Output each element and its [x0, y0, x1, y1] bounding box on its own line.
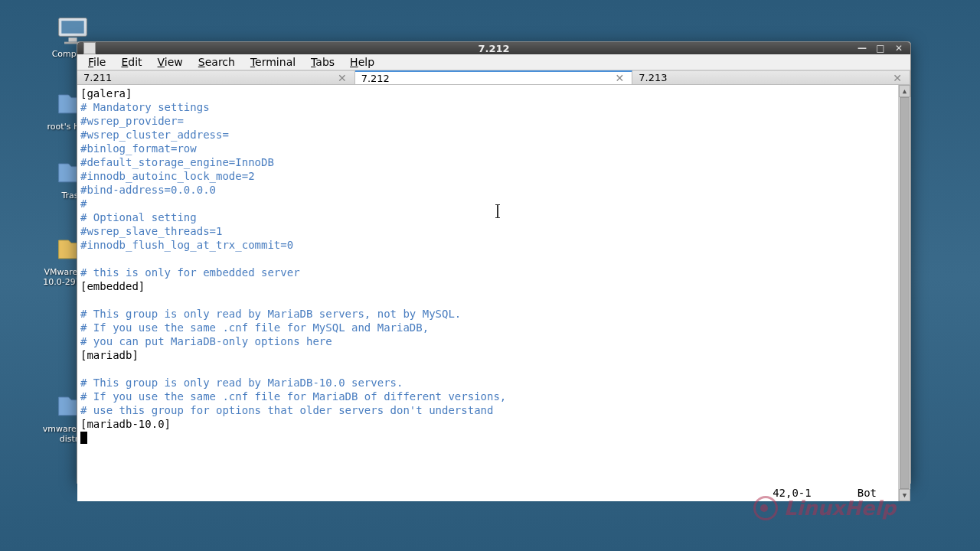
scrollbar[interactable]: ▲ ▼	[898, 85, 910, 501]
editor-line: #default_storage_engine=InnoDB	[80, 155, 895, 169]
watermark: LinuxHelp	[753, 496, 896, 520]
editor-line: # If you use the same .cnf file for Mari…	[80, 390, 895, 403]
tab-label: 7.213	[639, 72, 667, 83]
menu-search[interactable]: Search	[191, 54, 243, 70]
menubar: File Edit View Search Terminal Tabs Help	[77, 54, 910, 70]
editor-line: # this is only for embedded server	[80, 266, 895, 279]
maximize-button[interactable]: □	[874, 42, 887, 54]
editor-line: # use this group for options that older …	[80, 403, 895, 417]
terminal-window: 7.212 — □ ✕ File Edit View Search Termin…	[77, 41, 911, 484]
svg-rect-1	[61, 21, 83, 33]
menu-terminal[interactable]: Terminal	[243, 54, 303, 70]
close-button[interactable]: ✕	[892, 42, 906, 54]
tabbar: 7.211 ✕ 7.212 ✕ 7.213 ✕	[77, 70, 910, 85]
terminal-area[interactable]: [galera]# Mandatory settings#wsrep_provi…	[77, 85, 910, 501]
menu-file[interactable]: File	[80, 54, 113, 70]
editor-line: #wsrep_provider=	[80, 114, 895, 128]
tab-label: 7.212	[361, 73, 390, 84]
editor-line	[80, 293, 895, 307]
vim-cursor-block	[80, 432, 87, 444]
minimize-button[interactable]: —	[855, 42, 869, 54]
menu-tabs[interactable]: Tabs	[303, 54, 342, 70]
tab-label: 7.211	[83, 72, 112, 83]
watermark-text: LinuxHelp	[784, 497, 896, 520]
editor-line: #	[80, 197, 895, 210]
window-title: 7.212	[478, 43, 509, 54]
menu-help[interactable]: Help	[342, 54, 382, 70]
editor-line: [mariadb-10.0]	[80, 417, 895, 431]
tab-7213[interactable]: 7.213 ✕	[632, 70, 910, 84]
editor-line: # If you use the same .cnf file for MySQ…	[80, 321, 895, 334]
editor-line	[80, 252, 895, 266]
svg-rect-2	[69, 37, 77, 42]
editor-line: #innodb_flush_log_at_trx_commit=0	[80, 238, 895, 252]
linuxhelp-logo-icon	[753, 496, 778, 520]
editor-line: # This group is only read by MariaDB-10.…	[80, 376, 895, 390]
terminal-icon	[83, 42, 96, 54]
editor-line: #wsrep_slave_threads=1	[80, 224, 895, 238]
text-cursor-icon	[497, 204, 498, 218]
editor-line: # you can put MariaDB-only options here	[80, 334, 895, 348]
scroll-thumb[interactable]	[900, 97, 910, 489]
scroll-down-button[interactable]: ▼	[899, 489, 910, 501]
tab-7212[interactable]: 7.212 ✕	[355, 70, 633, 84]
editor-line: #innodb_autoinc_lock_mode=2	[80, 169, 895, 183]
scroll-up-button[interactable]: ▲	[899, 85, 910, 97]
editor-line	[80, 362, 895, 376]
close-icon[interactable]: ✕	[336, 72, 348, 84]
menu-view[interactable]: View	[150, 54, 191, 70]
editor-line: [embedded]	[80, 279, 895, 293]
terminal-content[interactable]: [galera]# Mandatory settings#wsrep_provi…	[77, 85, 898, 501]
editor-line: #binlog_format=row	[80, 142, 895, 155]
editor-line: #wsrep_cluster_address=	[80, 128, 895, 142]
editor-line: [galera]	[80, 86, 895, 100]
window-titlebar[interactable]: 7.212 — □ ✕	[77, 42, 910, 54]
editor-line: # Mandatory settings	[80, 100, 895, 114]
editor-line: #bind-address=0.0.0.0	[80, 183, 895, 197]
editor-line: [mariadb]	[80, 348, 895, 362]
close-icon[interactable]: ✕	[614, 72, 626, 84]
editor-line: # This group is only read by MariaDB ser…	[80, 307, 895, 321]
menu-edit[interactable]: Edit	[113, 54, 149, 70]
close-icon[interactable]: ✕	[891, 72, 903, 84]
editor-line: # Optional setting	[80, 210, 895, 224]
tab-7211[interactable]: 7.211 ✕	[77, 70, 355, 84]
